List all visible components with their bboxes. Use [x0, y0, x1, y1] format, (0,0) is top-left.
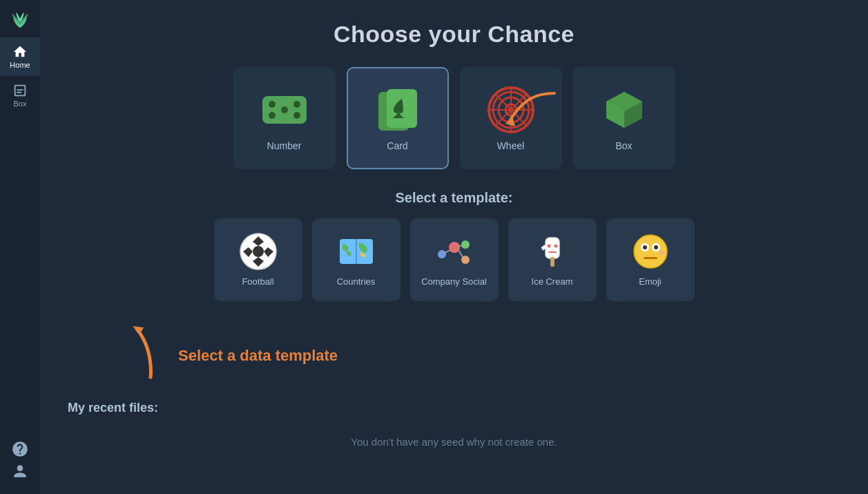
emoji-icon — [631, 232, 670, 271]
card-icon — [373, 85, 423, 135]
company-social-icon — [435, 232, 474, 271]
chance-card-number[interactable]: Number — [233, 67, 336, 169]
sidebar-item-box[interactable]: Box — [0, 76, 40, 115]
help-icon[interactable] — [11, 440, 29, 458]
svg-point-44 — [658, 251, 665, 255]
sidebar: Home Box — [0, 0, 40, 494]
template-section: Select a template: Football — [68, 190, 840, 401]
svg-rect-36 — [548, 251, 557, 253]
svg-rect-43 — [644, 257, 657, 259]
template-card-company-social-label: Company Social — [421, 276, 487, 288]
svg-line-30 — [445, 250, 450, 253]
chance-card-card[interactable]: Card — [347, 67, 449, 169]
svg-point-3 — [281, 106, 288, 113]
countries-icon — [337, 232, 376, 271]
template-card-ice-cream-label: Ice Cream — [532, 276, 573, 288]
select-template-text: Select a data template — [178, 322, 338, 365]
chance-card-box[interactable]: Box — [573, 67, 675, 169]
svg-line-32 — [459, 250, 463, 257]
sidebar-item-box-label: Box — [14, 99, 27, 108]
template-section-title: Select a template: — [68, 190, 840, 206]
svg-point-4 — [293, 112, 300, 119]
chance-cards-row: Number Card — [233, 67, 675, 169]
template-card-emoji[interactable]: Emoji — [606, 218, 695, 301]
template-card-countries[interactable]: Countries — [312, 218, 401, 301]
main-content: Choose your Chance — [40, 0, 868, 494]
recent-files-label: My recent files: — [68, 401, 840, 415]
chance-card-wheel-label: Wheel — [497, 140, 525, 151]
template-card-company-social[interactable]: Company Social — [410, 218, 499, 301]
number-icon — [260, 85, 309, 135]
box-icon — [599, 85, 649, 135]
svg-point-26 — [449, 242, 460, 253]
svg-rect-37 — [550, 257, 554, 267]
template-cards-row: Football Countries — [68, 218, 840, 301]
wheel-icon — [486, 85, 536, 135]
svg-point-42 — [654, 245, 658, 249]
svg-point-34 — [547, 244, 550, 247]
svg-rect-33 — [546, 238, 559, 258]
select-template-hint: Select a data template — [123, 322, 840, 387]
svg-point-27 — [438, 250, 446, 258]
svg-point-2 — [269, 101, 276, 108]
svg-point-6 — [293, 101, 300, 108]
chance-card-card-label: Card — [387, 140, 407, 151]
template-card-football-label: Football — [242, 276, 273, 288]
user-icon[interactable] — [11, 462, 29, 480]
template-card-emoji-label: Emoji — [639, 276, 662, 288]
recent-files-section: My recent files: You don't have any seed… — [68, 401, 840, 448]
chance-card-box-label: Box — [615, 140, 632, 151]
template-card-ice-cream[interactable]: Ice Cream — [508, 218, 597, 301]
sidebar-item-home-label: Home — [10, 61, 30, 69]
template-card-countries-label: Countries — [337, 276, 376, 288]
svg-point-17 — [508, 107, 514, 113]
svg-point-28 — [461, 240, 470, 249]
svg-point-41 — [643, 245, 647, 249]
ice-cream-icon — [533, 232, 572, 271]
football-icon — [239, 232, 278, 271]
page-title: Choose your Chance — [68, 21, 840, 48]
sidebar-bottom — [11, 440, 29, 488]
template-arrow-up — [123, 322, 164, 387]
template-card-football[interactable]: Football — [214, 218, 302, 301]
chance-section: Number Card — [68, 67, 840, 190]
sidebar-item-home[interactable]: Home — [0, 37, 40, 76]
chance-card-number-label: Number — [267, 140, 302, 151]
svg-point-5 — [269, 112, 276, 119]
svg-point-35 — [554, 244, 557, 247]
sidebar-logo — [7, 6, 33, 32]
chance-card-wheel[interactable]: Wheel — [460, 67, 562, 169]
no-seed-text: You don't have any seed why not create o… — [68, 436, 840, 448]
svg-point-23 — [253, 246, 264, 257]
